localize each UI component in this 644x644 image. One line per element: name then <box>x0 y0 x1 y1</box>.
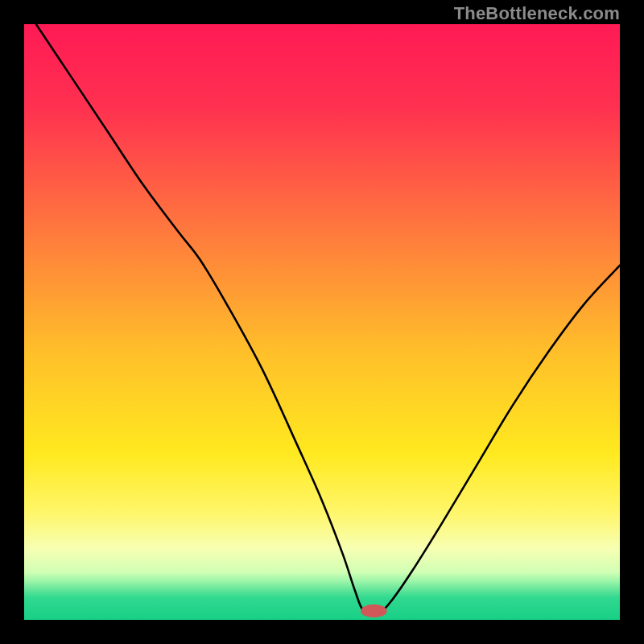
plot-area <box>24 24 620 620</box>
chart-stage: TheBottleneck.com <box>0 0 644 644</box>
heat-gradient <box>24 24 620 620</box>
svg-rect-0 <box>24 24 620 620</box>
watermark-text: TheBottleneck.com <box>454 3 620 24</box>
